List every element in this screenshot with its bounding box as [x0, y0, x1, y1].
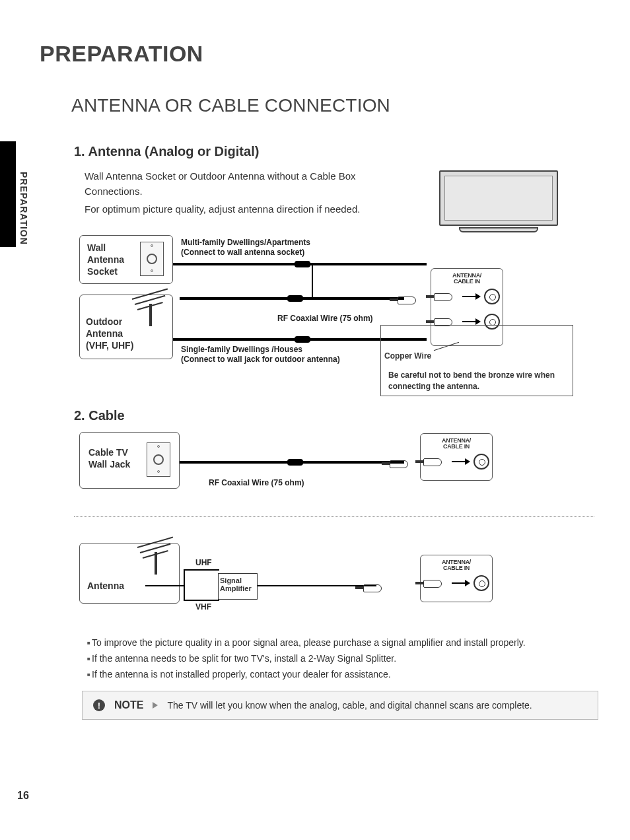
outdoor-antenna-icon — [125, 293, 178, 326]
bullet-list: To improve the picture quality in a poor… — [87, 635, 589, 682]
page-title: PREPARATION — [40, 41, 203, 67]
antenna-icon-3 — [131, 542, 184, 575]
sidebar-section-label: PREPARATION — [18, 172, 29, 245]
note-label: NOTE — [114, 699, 143, 711]
rf-cable-line-mid — [180, 297, 404, 300]
antenna-in-label-3: ANTENNA/ CABLE IN — [423, 559, 489, 571]
rf-plug-icon — [398, 295, 424, 308]
port-icon — [473, 454, 489, 470]
cabletv-jack-icon — [147, 442, 170, 477]
antenna-in-label-2: ANTENNA/ CABLE IN — [423, 438, 489, 450]
section1-intro-line2: For optimum picture quality, adjust ante… — [85, 202, 360, 217]
section1-heading: 1. Antenna (Analog or Digital) — [74, 144, 259, 159]
port-icon — [473, 575, 489, 591]
tv-illustration — [433, 170, 565, 236]
amp-line-vhf — [184, 600, 219, 601]
plug-icon — [423, 456, 449, 467]
rf-coax-label-2: RF Coaxial Wire (75 ohm) — [209, 478, 304, 488]
alert-icon: ! — [93, 699, 105, 711]
multi-dwelling-label: Multi-family Dwellings/Apartments (Conne… — [181, 238, 310, 258]
plug-icon — [434, 291, 460, 302]
single-dwelling-label: Single-family Dwellings /Houses (Connect… — [181, 345, 340, 365]
sidebar-tab — [0, 141, 16, 247]
vhf-label: VHF — [195, 602, 211, 612]
bullet-item: If the antenna is not installed properly… — [87, 667, 589, 683]
page-number: 16 — [17, 790, 29, 802]
copper-wire-label: Copper Wire — [384, 351, 431, 361]
amp-line-main — [145, 585, 185, 586]
section1-intro-line1: Wall Antenna Socket or Outdoor Antenna w… — [85, 169, 388, 199]
amp-line-split — [184, 569, 185, 601]
arrow-icon — [462, 318, 481, 325]
section2-heading: 2. Cable — [74, 408, 125, 423]
amp-line-uhf — [184, 569, 219, 571]
antenna-label-3: Antenna — [87, 580, 124, 592]
rf-junction-line — [312, 263, 313, 300]
arrow-icon — [462, 293, 481, 300]
note-box: ! NOTE The TV will let you know when the… — [82, 691, 598, 720]
page-subtitle: ANTENNA OR CABLE CONNECTION — [71, 95, 390, 116]
note-text: The TV will let you know when the analog… — [167, 700, 532, 711]
bullet-item: If the antenna needs to be split for two… — [87, 651, 589, 667]
dotted-divider — [74, 516, 594, 517]
rf-coax-label: RF Coaxial Wire (75 ohm) — [277, 314, 373, 324]
arrow-icon — [452, 458, 471, 465]
antenna-in-label-1: ANTENNA/ CABLE IN — [434, 273, 500, 285]
warning-text: Be careful not to bend the bronze wire w… — [388, 370, 567, 392]
uhf-label: UHF — [195, 558, 212, 568]
arrow-icon — [452, 580, 471, 586]
antenna-in-panel-3: ANTENNA/ CABLE IN — [420, 555, 493, 602]
triangle-icon — [153, 702, 158, 709]
signal-amplifier-box: Signal Amplifier — [218, 573, 258, 600]
rf-cable-line-s2 — [180, 461, 404, 464]
bullet-item: To improve the picture quality in a poor… — [87, 635, 589, 651]
cabletv-label: Cable TV Wall Jack — [88, 446, 130, 470]
antenna-in-panel-2: ANTENNA/ CABLE IN — [420, 433, 493, 481]
port-icon — [484, 289, 500, 304]
rf-plug-s2-icon — [390, 458, 416, 472]
plug-icon — [423, 578, 449, 588]
wall-jack-icon — [140, 242, 164, 276]
wall-socket-label: Wall Antenna Socket — [87, 242, 124, 278]
rf-cable-line-top — [173, 263, 427, 265]
rf-plug-amp-icon — [363, 582, 390, 596]
